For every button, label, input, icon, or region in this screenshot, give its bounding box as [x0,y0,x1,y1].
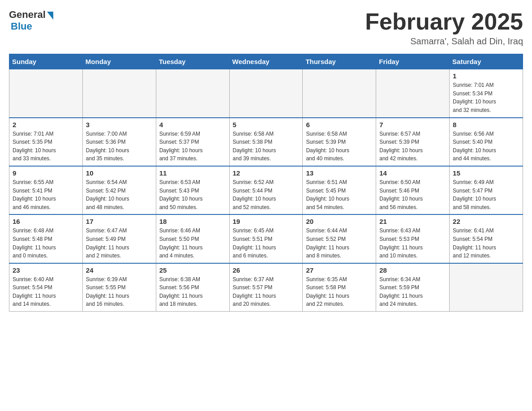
day-number: 2 [13,121,79,128]
calendar-cell: 12Sunrise: 6:52 AM Sunset: 5:44 PM Dayli… [229,166,303,214]
calendar-cell: 24Sunrise: 6:39 AM Sunset: 5:55 PM Dayli… [82,263,156,312]
day-number: 19 [233,218,300,225]
day-info: Sunrise: 6:52 AM Sunset: 5:44 PM Dayligh… [233,178,300,211]
calendar-cell: 18Sunrise: 6:46 AM Sunset: 5:50 PM Dayli… [156,214,229,263]
day-number: 7 [379,121,446,128]
calendar-week-row: 1Sunrise: 7:01 AM Sunset: 5:34 PM Daylig… [9,69,523,118]
day-number: 16 [13,218,79,225]
calendar-cell [229,69,303,118]
calendar-cell [376,69,450,118]
calendar-day-header: Wednesday [229,54,303,69]
day-info: Sunrise: 6:41 AM Sunset: 5:54 PM Dayligh… [453,227,519,260]
calendar-cell: 20Sunrise: 6:44 AM Sunset: 5:52 PM Dayli… [303,214,376,263]
logo-general-text: General [9,9,46,21]
calendar-cell: 22Sunrise: 6:41 AM Sunset: 5:54 PM Dayli… [450,214,523,263]
day-number: 20 [306,218,373,225]
calendar-cell: 7Sunrise: 6:57 AM Sunset: 5:39 PM Daylig… [376,118,450,166]
calendar-cell: 6Sunrise: 6:58 AM Sunset: 5:39 PM Daylig… [303,118,376,166]
calendar-cell: 2Sunrise: 7:01 AM Sunset: 5:35 PM Daylig… [9,118,83,166]
calendar-day-header: Thursday [303,54,376,69]
day-info: Sunrise: 6:58 AM Sunset: 5:38 PM Dayligh… [233,130,300,163]
day-number: 6 [306,121,373,128]
day-info: Sunrise: 6:55 AM Sunset: 5:41 PM Dayligh… [13,178,79,211]
day-number: 8 [453,121,519,128]
location-text: Samarra', Salah ad Din, Iraq [365,36,523,47]
day-info: Sunrise: 6:57 AM Sunset: 5:39 PM Dayligh… [379,130,446,163]
day-info: Sunrise: 7:01 AM Sunset: 5:34 PM Dayligh… [453,81,519,114]
day-info: Sunrise: 6:53 AM Sunset: 5:43 PM Dayligh… [159,178,226,211]
day-number: 15 [453,169,519,177]
day-number: 17 [86,218,153,225]
day-number: 14 [379,169,446,177]
day-info: Sunrise: 7:00 AM Sunset: 5:36 PM Dayligh… [86,130,153,163]
day-info: Sunrise: 6:56 AM Sunset: 5:40 PM Dayligh… [453,130,519,163]
day-info: Sunrise: 6:39 AM Sunset: 5:55 PM Dayligh… [86,275,153,308]
day-number: 26 [233,266,300,274]
calendar-cell [156,69,229,118]
calendar-cell [303,69,376,118]
calendar-cell: 8Sunrise: 6:56 AM Sunset: 5:40 PM Daylig… [450,118,523,166]
calendar-header-row: SundayMondayTuesdayWednesdayThursdayFrid… [9,54,523,69]
day-number: 11 [159,169,226,177]
calendar-day-header: Tuesday [156,54,229,69]
calendar-cell: 28Sunrise: 6:34 AM Sunset: 5:59 PM Dayli… [376,263,450,312]
calendar-cell [9,69,83,118]
day-number: 25 [159,266,226,274]
day-info: Sunrise: 6:38 AM Sunset: 5:56 PM Dayligh… [159,275,226,308]
day-number: 9 [13,169,79,177]
day-number: 10 [86,169,153,177]
day-info: Sunrise: 6:49 AM Sunset: 5:47 PM Dayligh… [453,178,519,211]
logo-arrow-icon [47,12,53,20]
calendar-cell [450,263,523,312]
calendar-cell: 17Sunrise: 6:47 AM Sunset: 5:49 PM Dayli… [82,214,156,263]
day-info: Sunrise: 6:48 AM Sunset: 5:48 PM Dayligh… [13,227,79,260]
calendar-table: SundayMondayTuesdayWednesdayThursdayFrid… [9,54,523,312]
day-info: Sunrise: 6:58 AM Sunset: 5:39 PM Dayligh… [306,130,373,163]
calendar-cell: 9Sunrise: 6:55 AM Sunset: 5:41 PM Daylig… [9,166,83,214]
calendar-cell: 23Sunrise: 6:40 AM Sunset: 5:54 PM Dayli… [9,263,83,312]
day-info: Sunrise: 6:37 AM Sunset: 5:57 PM Dayligh… [233,275,300,308]
day-info: Sunrise: 6:35 AM Sunset: 5:58 PM Dayligh… [306,275,373,308]
day-number: 23 [13,266,79,274]
title-block: February 2025 Samarra', Salah ad Din, Ir… [365,9,523,47]
calendar-cell: 16Sunrise: 6:48 AM Sunset: 5:48 PM Dayli… [9,214,83,263]
day-number: 18 [159,218,226,225]
calendar-cell: 3Sunrise: 7:00 AM Sunset: 5:36 PM Daylig… [82,118,156,166]
calendar-cell: 11Sunrise: 6:53 AM Sunset: 5:43 PM Dayli… [156,166,229,214]
calendar-day-header: Monday [82,54,156,69]
day-number: 24 [86,266,153,274]
calendar-week-row: 23Sunrise: 6:40 AM Sunset: 5:54 PM Dayli… [9,263,523,312]
calendar-cell: 5Sunrise: 6:58 AM Sunset: 5:38 PM Daylig… [229,118,303,166]
day-number: 21 [379,218,446,225]
calendar-week-row: 2Sunrise: 7:01 AM Sunset: 5:35 PM Daylig… [9,118,523,166]
calendar-cell: 4Sunrise: 6:59 AM Sunset: 5:37 PM Daylig… [156,118,229,166]
day-info: Sunrise: 6:50 AM Sunset: 5:46 PM Dayligh… [379,178,446,211]
page-header: General Blue February 2025 Samarra', Sal… [9,9,523,47]
day-number: 27 [306,266,373,274]
day-info: Sunrise: 6:46 AM Sunset: 5:50 PM Dayligh… [159,227,226,260]
day-number: 22 [453,218,519,225]
day-info: Sunrise: 7:01 AM Sunset: 5:35 PM Dayligh… [13,130,79,163]
day-info: Sunrise: 6:40 AM Sunset: 5:54 PM Dayligh… [13,275,79,308]
day-info: Sunrise: 6:47 AM Sunset: 5:49 PM Dayligh… [86,227,153,260]
calendar-cell [82,69,156,118]
calendar-cell: 13Sunrise: 6:51 AM Sunset: 5:45 PM Dayli… [303,166,376,214]
day-info: Sunrise: 6:44 AM Sunset: 5:52 PM Dayligh… [306,227,373,260]
day-number: 13 [306,169,373,177]
calendar-cell: 1Sunrise: 7:01 AM Sunset: 5:34 PM Daylig… [450,69,523,118]
day-number: 5 [233,121,300,128]
day-info: Sunrise: 6:51 AM Sunset: 5:45 PM Dayligh… [306,178,373,211]
day-info: Sunrise: 6:34 AM Sunset: 5:59 PM Dayligh… [379,275,446,308]
month-title: February 2025 [365,9,523,34]
calendar-cell: 19Sunrise: 6:45 AM Sunset: 5:51 PM Dayli… [229,214,303,263]
logo-blue-text: Blue [11,21,32,32]
day-number: 3 [86,121,153,128]
day-info: Sunrise: 6:45 AM Sunset: 5:51 PM Dayligh… [233,227,300,260]
day-info: Sunrise: 6:59 AM Sunset: 5:37 PM Dayligh… [159,130,226,163]
calendar-day-header: Friday [376,54,450,69]
day-number: 28 [379,266,446,274]
calendar-cell: 15Sunrise: 6:49 AM Sunset: 5:47 PM Dayli… [450,166,523,214]
calendar-cell: 26Sunrise: 6:37 AM Sunset: 5:57 PM Dayli… [229,263,303,312]
calendar-cell: 10Sunrise: 6:54 AM Sunset: 5:42 PM Dayli… [82,166,156,214]
calendar-week-row: 9Sunrise: 6:55 AM Sunset: 5:41 PM Daylig… [9,166,523,214]
